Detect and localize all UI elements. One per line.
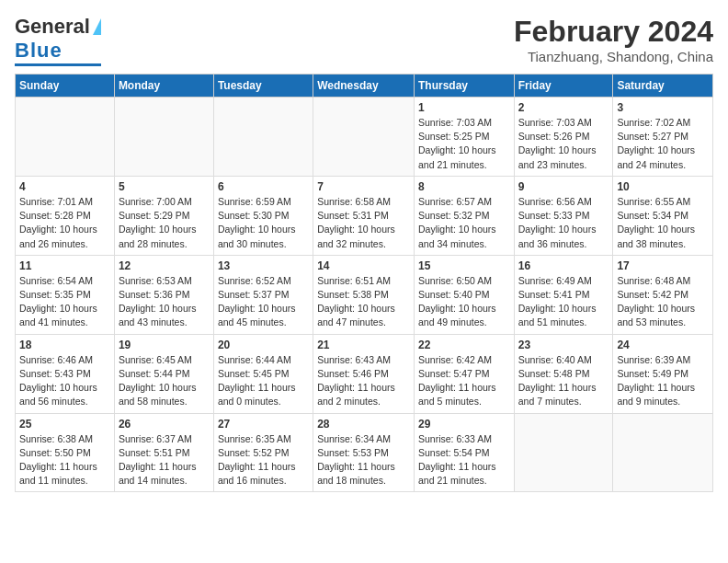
page-header: General Blue February 2024 Tianzhuang, S… <box>15 15 713 66</box>
calendar-cell: 1Sunrise: 7:03 AM Sunset: 5:25 PM Daylig… <box>414 98 514 177</box>
day-info: Sunrise: 6:44 AM Sunset: 5:45 PM Dayligh… <box>218 353 309 409</box>
calendar-cell <box>613 413 713 492</box>
calendar-week-1: 1Sunrise: 7:03 AM Sunset: 5:25 PM Daylig… <box>16 98 713 177</box>
day-number: 21 <box>317 339 410 351</box>
day-number: 28 <box>317 418 410 431</box>
calendar-cell: 5Sunrise: 7:00 AM Sunset: 5:29 PM Daylig… <box>114 176 213 255</box>
calendar-cell: 7Sunrise: 6:58 AM Sunset: 5:31 PM Daylig… <box>313 176 415 255</box>
day-number: 10 <box>617 180 709 193</box>
calendar-cell: 19Sunrise: 6:45 AM Sunset: 5:44 PM Dayli… <box>114 334 213 413</box>
day-number: 22 <box>418 339 510 351</box>
calendar-cell <box>514 413 613 492</box>
day-number: 16 <box>518 259 609 272</box>
day-info: Sunrise: 6:39 AM Sunset: 5:49 PM Dayligh… <box>617 353 709 409</box>
day-number: 6 <box>218 180 309 193</box>
day-info: Sunrise: 6:58 AM Sunset: 5:31 PM Dayligh… <box>317 195 410 251</box>
calendar-cell: 17Sunrise: 6:48 AM Sunset: 5:42 PM Dayli… <box>613 255 713 334</box>
day-info: Sunrise: 6:55 AM Sunset: 5:34 PM Dayligh… <box>617 195 709 251</box>
calendar-cell: 9Sunrise: 6:56 AM Sunset: 5:33 PM Daylig… <box>514 176 613 255</box>
day-number: 27 <box>218 418 309 431</box>
logo-underline <box>15 63 101 66</box>
calendar-cell: 27Sunrise: 6:35 AM Sunset: 5:52 PM Dayli… <box>213 413 313 492</box>
calendar-cell: 11Sunrise: 6:54 AM Sunset: 5:35 PM Dayli… <box>16 255 115 334</box>
calendar-week-4: 18Sunrise: 6:46 AM Sunset: 5:43 PM Dayli… <box>16 334 713 413</box>
calendar-week-5: 25Sunrise: 6:38 AM Sunset: 5:50 PM Dayli… <box>16 413 713 492</box>
day-number: 2 <box>518 101 609 114</box>
day-number: 26 <box>119 418 210 431</box>
day-info: Sunrise: 6:51 AM Sunset: 5:38 PM Dayligh… <box>317 274 410 330</box>
day-number: 18 <box>19 339 110 351</box>
day-info: Sunrise: 7:02 AM Sunset: 5:27 PM Dayligh… <box>617 116 709 172</box>
day-info: Sunrise: 7:01 AM Sunset: 5:28 PM Dayligh… <box>19 195 110 251</box>
calendar-cell: 28Sunrise: 6:34 AM Sunset: 5:53 PM Dayli… <box>313 413 415 492</box>
calendar-cell: 4Sunrise: 7:01 AM Sunset: 5:28 PM Daylig… <box>16 176 115 255</box>
day-info: Sunrise: 6:57 AM Sunset: 5:32 PM Dayligh… <box>418 195 510 251</box>
calendar-cell: 20Sunrise: 6:44 AM Sunset: 5:45 PM Dayli… <box>213 334 313 413</box>
day-info: Sunrise: 6:45 AM Sunset: 5:44 PM Dayligh… <box>119 353 210 409</box>
day-info: Sunrise: 6:35 AM Sunset: 5:52 PM Dayligh… <box>218 432 309 488</box>
calendar-week-2: 4Sunrise: 7:01 AM Sunset: 5:28 PM Daylig… <box>16 176 713 255</box>
day-number: 29 <box>418 418 510 431</box>
day-number: 9 <box>518 180 609 193</box>
day-number: 24 <box>617 339 709 351</box>
day-info: Sunrise: 7:00 AM Sunset: 5:29 PM Dayligh… <box>119 195 210 251</box>
calendar-cell <box>114 98 213 177</box>
day-info: Sunrise: 6:43 AM Sunset: 5:46 PM Dayligh… <box>317 353 410 409</box>
day-info: Sunrise: 6:40 AM Sunset: 5:48 PM Dayligh… <box>518 353 609 409</box>
calendar-cell: 26Sunrise: 6:37 AM Sunset: 5:51 PM Dayli… <box>114 413 213 492</box>
calendar-cell: 12Sunrise: 6:53 AM Sunset: 5:36 PM Dayli… <box>114 255 213 334</box>
month-title: February 2024 <box>514 15 713 49</box>
calendar-cell: 21Sunrise: 6:43 AM Sunset: 5:46 PM Dayli… <box>313 334 415 413</box>
day-number: 13 <box>218 259 309 272</box>
day-info: Sunrise: 6:46 AM Sunset: 5:43 PM Dayligh… <box>19 353 110 409</box>
day-number: 20 <box>218 339 309 351</box>
weekday-header-sunday: Sunday <box>16 75 115 98</box>
calendar-cell <box>213 98 313 177</box>
logo-triangle-icon <box>93 18 101 35</box>
day-number: 8 <box>418 180 510 193</box>
day-info: Sunrise: 6:56 AM Sunset: 5:33 PM Dayligh… <box>518 195 609 251</box>
calendar-cell: 29Sunrise: 6:33 AM Sunset: 5:54 PM Dayli… <box>414 413 514 492</box>
day-info: Sunrise: 7:03 AM Sunset: 5:25 PM Dayligh… <box>418 116 510 172</box>
day-info: Sunrise: 7:03 AM Sunset: 5:26 PM Dayligh… <box>518 116 609 172</box>
calendar-cell: 25Sunrise: 6:38 AM Sunset: 5:50 PM Dayli… <box>16 413 115 492</box>
calendar-cell: 14Sunrise: 6:51 AM Sunset: 5:38 PM Dayli… <box>313 255 415 334</box>
calendar-cell <box>16 98 115 177</box>
weekday-header-wednesday: Wednesday <box>313 75 415 98</box>
day-info: Sunrise: 6:48 AM Sunset: 5:42 PM Dayligh… <box>617 274 709 330</box>
day-info: Sunrise: 6:49 AM Sunset: 5:41 PM Dayligh… <box>518 274 609 330</box>
weekday-header-tuesday: Tuesday <box>213 75 313 98</box>
day-info: Sunrise: 6:38 AM Sunset: 5:50 PM Dayligh… <box>19 432 110 488</box>
day-number: 19 <box>119 339 210 351</box>
calendar-cell <box>313 98 415 177</box>
weekday-header-saturday: Saturday <box>613 75 713 98</box>
calendar-week-3: 11Sunrise: 6:54 AM Sunset: 5:35 PM Dayli… <box>16 255 713 334</box>
day-number: 17 <box>617 259 709 272</box>
day-number: 4 <box>19 180 110 193</box>
weekday-header-friday: Friday <box>514 75 613 98</box>
calendar-cell: 22Sunrise: 6:42 AM Sunset: 5:47 PM Dayli… <box>414 334 514 413</box>
location-subtitle: Tianzhuang, Shandong, China <box>514 49 713 64</box>
day-number: 14 <box>317 259 410 272</box>
calendar-cell: 6Sunrise: 6:59 AM Sunset: 5:30 PM Daylig… <box>213 176 313 255</box>
day-number: 15 <box>418 259 510 272</box>
weekday-header-row: SundayMondayTuesdayWednesdayThursdayFrid… <box>16 75 713 98</box>
day-info: Sunrise: 6:37 AM Sunset: 5:51 PM Dayligh… <box>119 432 210 488</box>
logo-blue: Blue <box>15 39 63 63</box>
calendar-cell: 18Sunrise: 6:46 AM Sunset: 5:43 PM Dayli… <box>16 334 115 413</box>
day-number: 12 <box>119 259 210 272</box>
day-info: Sunrise: 6:42 AM Sunset: 5:47 PM Dayligh… <box>418 353 510 409</box>
day-info: Sunrise: 6:53 AM Sunset: 5:36 PM Dayligh… <box>119 274 210 330</box>
day-number: 11 <box>19 259 110 272</box>
calendar-table: SundayMondayTuesdayWednesdayThursdayFrid… <box>15 74 713 492</box>
day-info: Sunrise: 6:50 AM Sunset: 5:40 PM Dayligh… <box>418 274 510 330</box>
day-number: 25 <box>19 418 110 431</box>
title-area: February 2024 Tianzhuang, Shandong, Chin… <box>514 15 713 64</box>
weekday-header-thursday: Thursday <box>414 75 514 98</box>
day-info: Sunrise: 6:54 AM Sunset: 5:35 PM Dayligh… <box>19 274 110 330</box>
calendar-cell: 13Sunrise: 6:52 AM Sunset: 5:37 PM Dayli… <box>213 255 313 334</box>
day-info: Sunrise: 6:59 AM Sunset: 5:30 PM Dayligh… <box>218 195 309 251</box>
calendar-cell: 16Sunrise: 6:49 AM Sunset: 5:41 PM Dayli… <box>514 255 613 334</box>
day-number: 5 <box>119 180 210 193</box>
calendar-cell: 3Sunrise: 7:02 AM Sunset: 5:27 PM Daylig… <box>613 98 713 177</box>
